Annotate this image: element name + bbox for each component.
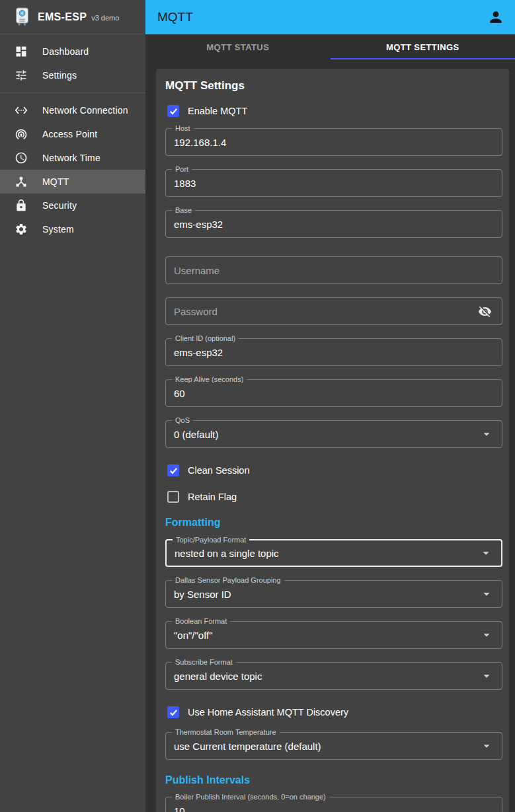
sidebar-nav: Dashboard Settings Network Connection Ac… xyxy=(0,34,145,241)
tab-mqtt-settings[interactable]: MQTT SETTINGS xyxy=(331,34,515,59)
password-input[interactable] xyxy=(174,306,475,317)
sidebar-item-network-time[interactable]: Network Time xyxy=(0,146,145,170)
field-label: QoS xyxy=(172,416,193,425)
appbar: MQTT xyxy=(145,0,515,34)
checkbox-label: Enable MQTT xyxy=(188,106,247,116)
brand-version: v3 demo xyxy=(91,14,119,22)
chevron-down-icon xyxy=(479,587,494,601)
device-hub-icon xyxy=(15,175,28,188)
base-input[interactable] xyxy=(174,219,494,230)
checkbox-label: Clean Session xyxy=(188,465,250,476)
checkbox-label: Retain Flag xyxy=(188,492,237,502)
client-id-field[interactable]: Client ID (optional) xyxy=(165,338,502,366)
sidebar-item-label: System xyxy=(42,224,74,235)
publish-intervals-section-title: Publish Intervals xyxy=(165,774,502,786)
sidebar-item-access-point[interactable]: Access Point xyxy=(0,122,145,146)
retain-flag-checkbox-row[interactable]: Retain Flag xyxy=(165,488,502,506)
username-field[interactable] xyxy=(165,256,502,284)
card-title: MQTT Settings xyxy=(165,79,502,92)
brand-title: EMS-ESP xyxy=(38,11,87,23)
client-id-input[interactable] xyxy=(174,347,494,358)
ha-discovery-checkbox-row[interactable]: Use Home Assistant MQTT Discovery xyxy=(165,703,502,721)
checkbox-unchecked-icon[interactable] xyxy=(167,491,179,503)
field-label: Host xyxy=(172,124,194,133)
keep-alive-input[interactable] xyxy=(174,388,494,399)
sidebar-item-label: Network Time xyxy=(42,153,100,163)
boolean-format-select[interactable]: Boolean Format "on"/"off" xyxy=(165,621,502,649)
sidebar-item-network-connection[interactable]: Network Connection xyxy=(0,98,145,122)
gear-icon xyxy=(15,223,28,236)
qos-value: 0 (default) xyxy=(174,429,479,440)
user-menu-button[interactable] xyxy=(483,5,508,30)
tab-bar: MQTT STATUS MQTT SETTINGS xyxy=(145,34,515,59)
sidebar-item-label: Security xyxy=(42,200,77,211)
main-area: MQTT MQTT STATUS MQTT SETTINGS MQTT Sett… xyxy=(145,0,515,812)
clean-session-checkbox-row[interactable]: Clean Session xyxy=(165,461,502,480)
topic-payload-format-value: nested on a single topic xyxy=(175,548,479,559)
subscribe-format-select[interactable]: Subscribe Format general device topic xyxy=(165,662,502,690)
field-label: Base xyxy=(172,206,195,215)
chevron-down-icon xyxy=(479,739,494,753)
formatting-section-title: Formatting xyxy=(165,517,502,529)
mqtt-settings-card: MQTT Settings Enable MQTT Host Port Base xyxy=(156,69,509,812)
checkbox-checked-icon[interactable] xyxy=(167,464,179,476)
sidebar-item-mqtt[interactable]: MQTT xyxy=(0,170,145,194)
ethernet-icon xyxy=(15,104,28,117)
subscribe-format-value: general device topic xyxy=(174,671,479,682)
toggle-password-visibility-button[interactable] xyxy=(475,302,494,320)
field-label: Boiler Publish Interval (seconds, 0=on c… xyxy=(172,793,329,801)
chevron-down-icon xyxy=(479,427,494,441)
chevron-down-icon xyxy=(479,628,494,642)
field-label: Port xyxy=(172,165,192,174)
sidebar-item-dashboard[interactable]: Dashboard xyxy=(0,40,145,63)
user-avatar-icon xyxy=(487,9,504,26)
sidebar-divider xyxy=(0,92,145,93)
base-field[interactable]: Base xyxy=(165,210,502,238)
enable-mqtt-checkbox-row[interactable]: Enable MQTT xyxy=(165,102,502,120)
username-input[interactable] xyxy=(174,265,494,276)
field-label: Boolean Format xyxy=(172,617,230,626)
dashboard-icon xyxy=(15,45,28,58)
field-label: Dallas Sensor Payload Grouping xyxy=(172,576,284,585)
host-field[interactable]: Host xyxy=(165,128,502,156)
boolean-format-value: "on"/"off" xyxy=(174,630,479,641)
brand-header: EMS-ESP v3 demo xyxy=(0,0,145,34)
thermostat-room-temp-value: use Current temperature (default) xyxy=(174,741,479,752)
tune-icon xyxy=(15,69,28,82)
sidebar-item-security[interactable]: Security xyxy=(0,194,145,217)
sidebar-item-settings[interactable]: Settings xyxy=(0,63,145,87)
sidebar-item-label: Settings xyxy=(42,70,77,81)
port-field[interactable]: Port xyxy=(165,169,502,197)
thermostat-room-temp-select[interactable]: Thermostat Room Temperature use Current … xyxy=(165,732,502,760)
field-label: Client ID (optional) xyxy=(172,334,239,343)
wifi-tethering-icon xyxy=(15,128,28,141)
field-label: Topic/Payload Format xyxy=(173,536,249,544)
password-field[interactable] xyxy=(165,297,502,325)
keep-alive-field[interactable]: Keep Alive (seconds) xyxy=(165,379,502,407)
dallas-grouping-value: by Sensor ID xyxy=(174,589,479,600)
visibility-off-icon xyxy=(478,305,492,318)
qos-select[interactable]: QoS 0 (default) xyxy=(165,420,502,448)
sidebar: EMS-ESP v3 demo Dashboard Settings Netwo… xyxy=(0,0,145,812)
sidebar-item-label: Dashboard xyxy=(42,46,89,57)
page-title: MQTT xyxy=(157,10,483,24)
chevron-down-icon xyxy=(479,669,494,683)
sidebar-item-system[interactable]: System xyxy=(0,217,145,241)
boiler-publish-interval-input[interactable] xyxy=(174,805,494,812)
host-input[interactable] xyxy=(174,137,494,148)
boiler-publish-interval-field[interactable]: Boiler Publish Interval (seconds, 0=on c… xyxy=(165,797,502,812)
field-label: Subscribe Format xyxy=(172,658,236,667)
chevron-down-icon xyxy=(479,546,493,560)
tab-mqtt-status[interactable]: MQTT STATUS xyxy=(145,34,331,59)
dallas-grouping-select[interactable]: Dallas Sensor Payload Grouping by Sensor… xyxy=(165,580,502,608)
port-input[interactable] xyxy=(174,178,494,189)
checkbox-checked-icon[interactable] xyxy=(167,706,179,718)
lock-icon xyxy=(15,199,28,212)
sidebar-item-label: MQTT xyxy=(42,176,69,187)
checkbox-checked-icon[interactable] xyxy=(167,105,179,117)
topic-payload-format-select[interactable]: Topic/Payload Format nested on a single … xyxy=(165,539,502,567)
field-label: Keep Alive (seconds) xyxy=(172,375,247,384)
field-label: Thermostat Room Temperature xyxy=(172,728,280,737)
tab-indicator xyxy=(331,58,515,59)
sidebar-item-label: Access Point xyxy=(42,129,97,139)
